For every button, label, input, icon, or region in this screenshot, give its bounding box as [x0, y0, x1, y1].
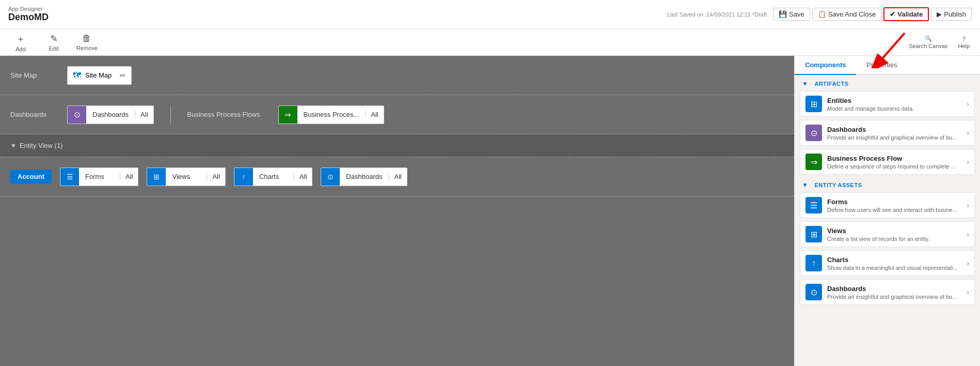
artifacts-section-header: ▼ ARTIFACTS: [795, 75, 980, 89]
tab-properties[interactable]: Properties: [856, 56, 907, 75]
artifacts-header-label: ARTIFACTS: [814, 81, 848, 87]
save-close-icon: 📋: [818, 10, 826, 18]
save-close-label: Save And Close: [828, 10, 876, 18]
dashboards-all-btn[interactable]: All: [135, 111, 153, 118]
dashboards-row-label: Dashboards: [10, 111, 67, 118]
help-icon: ?: [962, 36, 966, 42]
panel-charts-text: Charts Show data in a meaningful and vis…: [827, 256, 961, 271]
validate-label: Validate: [897, 10, 923, 18]
entity-assets-header-label: ENTITY ASSETS: [814, 182, 862, 188]
dashboards-item-label: Dashboards: [86, 111, 135, 118]
forms-item-box[interactable]: ☰ Forms All: [60, 167, 138, 186]
account-entity-btn[interactable]: Account: [10, 170, 52, 184]
bpf-label: Business Process Flows: [187, 111, 270, 118]
row-divider: [170, 105, 171, 124]
save-icon: 💾: [779, 10, 787, 18]
panel-entity-dashboards-icon: ⊙: [805, 284, 822, 300]
entities-chevron-icon: ›: [967, 100, 969, 108]
bpf-icon-sym: ⇒: [284, 110, 291, 119]
remove-icon: 🗑: [82, 33, 91, 44]
app-name: DemoMD: [8, 12, 49, 23]
forms-item-label: Forms: [79, 173, 120, 180]
save-and-close-button[interactable]: 📋 Save And Close: [812, 8, 882, 21]
dashboards-row-items: ⊙ Dashboards All Business Process Flows …: [67, 105, 784, 124]
entity-assets-expand-icon[interactable]: ▼: [802, 181, 808, 189]
search-canvas-button[interactable]: 🔍 Search Canvas: [909, 35, 947, 49]
panel-charts-icon: ↑: [805, 255, 822, 271]
help-button[interactable]: ? Help: [958, 36, 970, 49]
panel-views-desc: Create a list view of records for an ent…: [827, 236, 961, 242]
top-bar-actions: Last Saved on :14/09/2021 12:21 *Draft 💾…: [667, 7, 972, 21]
views-item-label: Views: [166, 173, 207, 180]
panel-forms-text: Forms Define how users will see and inte…: [827, 198, 961, 213]
entities-text: Entities Model and manage business data.: [827, 97, 961, 112]
panel-charts-item[interactable]: ↑ Charts Show data in a meaningful and v…: [800, 250, 975, 276]
canvas: Site Map 🗺 Site Map ✏ Dashboards ⊙ Dashb…: [0, 56, 794, 366]
panel-entity-dashboards-chevron-icon: ›: [967, 288, 969, 296]
tab-components[interactable]: Components: [795, 56, 856, 75]
charts-item-box[interactable]: ↑ Charts All: [234, 167, 312, 186]
panel-entity-dashboards-title: Dashboards: [827, 285, 961, 293]
panel-bpf-chevron-icon: ›: [967, 158, 969, 166]
charts-all-btn[interactable]: All: [294, 173, 312, 180]
panel-views-item[interactable]: ⊞ Views Create a list view of records fo…: [800, 221, 975, 247]
panel-entity-dashboards-item[interactable]: ⊙ Dashboards Provide an insightful and g…: [800, 279, 975, 305]
search-canvas-icon: 🔍: [925, 35, 932, 42]
toolbar-add[interactable]: ＋ Add: [10, 33, 31, 52]
entity-assets-row: ☰ Forms All ⊞ Views All ↑ Charts: [60, 167, 784, 186]
entity-dashboards-all-btn[interactable]: All: [389, 173, 406, 180]
sitemap-box[interactable]: 🗺 Site Map ✏: [67, 66, 132, 85]
sitemap-edit-icon[interactable]: ✏: [120, 71, 126, 80]
forms-item-icon: ☰: [60, 167, 79, 186]
app-designer-label: App Designer: [8, 6, 49, 12]
panel-entity-dashboards-text: Dashboards Provide an insightful and gra…: [827, 285, 961, 300]
dashboards-item-box[interactable]: ⊙ Dashboards All: [67, 105, 154, 124]
forms-all-btn[interactable]: All: [120, 173, 138, 180]
views-item-box[interactable]: ⊞ Views All: [147, 167, 225, 186]
panel-views-icon: ⊞: [805, 226, 822, 242]
validate-button[interactable]: ✔ Validate: [883, 7, 929, 21]
toolbar-edit[interactable]: ✎ Edit: [43, 33, 64, 52]
add-icon: ＋: [16, 33, 25, 45]
panel-dashboards-title: Dashboards: [827, 126, 961, 133]
help-label: Help: [958, 43, 970, 49]
panel-forms-desc: Define how users will see and interact w…: [827, 207, 961, 213]
entity-dashboards-item-box[interactable]: ⊙ Dashboards All: [321, 167, 407, 186]
panel-forms-icon: ☰: [805, 197, 822, 213]
bpf-item-icon: ⇒: [279, 105, 297, 124]
panel-forms-item[interactable]: ☰ Forms Define how users will see and in…: [800, 192, 975, 218]
entity-dashboards-icon-sym: ⊙: [327, 173, 334, 181]
panel-entity-dashboards-desc: Provide an insightful and graphical over…: [827, 294, 961, 300]
dashboards-bpf-row: Dashboards ⊙ Dashboards All Business Pro…: [0, 95, 794, 134]
forms-icon-sym: ☰: [67, 173, 73, 181]
panel-dashboards-icon: ⊙: [805, 125, 822, 141]
main-area: Site Map 🗺 Site Map ✏ Dashboards ⊙ Dashb…: [0, 56, 980, 366]
toolbar-remove[interactable]: 🗑 Remove: [76, 33, 98, 51]
save-button[interactable]: 💾 Save: [773, 8, 810, 21]
sitemap-row: Site Map 🗺 Site Map ✏: [0, 56, 794, 95]
toolbar-right: 🔍 Search Canvas ? Help: [909, 35, 970, 49]
charts-item-icon: ↑: [234, 167, 253, 186]
add-label: Add: [15, 46, 26, 52]
bpf-item-box[interactable]: ⇒ Business Proces... All: [278, 105, 384, 124]
views-all-btn[interactable]: All: [207, 173, 225, 180]
bpf-item-label: Business Proces...: [297, 111, 366, 118]
panel-views-text: Views Create a list view of records for …: [827, 227, 961, 242]
views-item-icon: ⊞: [147, 167, 166, 186]
publish-button[interactable]: ▶ Publish: [931, 8, 972, 21]
sitemap-box-label: Site Map: [85, 71, 112, 79]
bpf-all-btn[interactable]: All: [366, 111, 383, 118]
publish-label: Publish: [944, 10, 966, 18]
panel-forms-title: Forms: [827, 198, 961, 206]
panel-bpf-item[interactable]: ⇒ Business Process Flow Define a sequenc…: [800, 149, 975, 175]
artifacts-expand-icon[interactable]: ▼: [802, 80, 808, 87]
validate-icon: ✔: [890, 10, 895, 18]
entity-row: Account ☰ Forms All ⊞ Views All: [0, 157, 794, 196]
panel-entities-item[interactable]: ⊞ Entities Model and manage business dat…: [800, 91, 975, 117]
entity-expand-arrow[interactable]: ▼: [10, 142, 17, 149]
views-icon-sym: ⊞: [153, 173, 160, 181]
panel-bpf-text: Business Process Flow Define a sequence …: [827, 155, 961, 170]
panel-dashboards-artifact-item[interactable]: ⊙ Dashboards Provide an insightful and g…: [800, 120, 975, 146]
entity-view-header: ▼ Entity View (1): [0, 134, 794, 157]
panel-charts-desc: Show data in a meaningful and visual rep…: [827, 265, 961, 271]
